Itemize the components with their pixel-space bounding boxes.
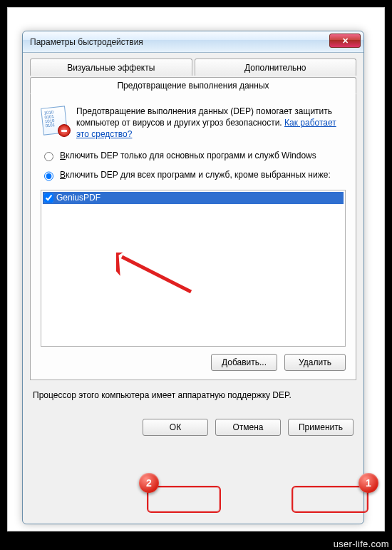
list-buttons: Добавить... Удалить xyxy=(41,354,346,371)
list-item-label: GeniusPDF xyxy=(56,193,100,203)
close-icon: ✕ xyxy=(342,36,349,46)
radio-all-except[interactable]: Включить DEP для всех программ и служб, … xyxy=(41,170,346,181)
block-badge-icon xyxy=(58,124,71,137)
apply-button[interactable]: Применить xyxy=(288,419,354,436)
dialog-action-row: ОК Отмена Применить xyxy=(30,419,356,436)
client-area: Визуальные эффекты Дополнительно Предотв… xyxy=(23,53,363,444)
list-item-checkbox[interactable] xyxy=(44,193,53,203)
info-text: Предотвращение выполнения данных (DEP) п… xyxy=(76,106,346,141)
add-button[interactable]: Добавить... xyxy=(211,354,277,371)
dep-radio-group: Включить DEP только для основных програм… xyxy=(41,151,346,181)
screenshot-stage: Параметры быстродействия ✕ Визуальные эф… xyxy=(7,7,385,531)
tab-label: Дополнительно xyxy=(244,63,306,73)
radio-essential-only[interactable]: Включить DEP только для основных програм… xyxy=(41,151,346,162)
cpu-dep-support-text: Процессор этого компьютера имеет аппарат… xyxy=(33,390,354,400)
tab-label: Предотвращение выполнения данных xyxy=(117,81,269,91)
dep-panel: 1010 0101 1010 0101 Предотвращение выпол… xyxy=(30,93,356,380)
radio-all-except-input[interactable] xyxy=(44,171,53,181)
tabs-row-lower: Предотвращение выполнения данных xyxy=(30,75,356,94)
remove-button[interactable]: Удалить xyxy=(284,354,346,371)
dep-info-icon: 1010 0101 1010 0101 xyxy=(41,106,69,137)
watermark: user-life.com xyxy=(334,539,389,549)
list-item[interactable]: GeniusPDF xyxy=(43,192,344,204)
ok-button[interactable]: ОК xyxy=(143,419,208,436)
close-button[interactable]: ✕ xyxy=(329,34,361,48)
title-bar: Параметры быстродействия ✕ xyxy=(23,31,363,53)
radio-essential-only-input[interactable] xyxy=(44,152,53,162)
info-block: 1010 0101 1010 0101 Предотвращение выпол… xyxy=(41,106,346,141)
tab-visual-effects[interactable]: Визуальные эффекты xyxy=(30,58,192,76)
cancel-button[interactable]: Отмена xyxy=(215,419,281,436)
exception-listbox[interactable]: GeniusPDF xyxy=(41,190,346,347)
tabs-row-upper: Визуальные эффекты Дополнительно xyxy=(30,58,356,76)
tab-label: Визуальные эффекты xyxy=(67,63,155,73)
tab-advanced[interactable]: Дополнительно xyxy=(195,58,357,76)
performance-options-window: Параметры быстродействия ✕ Визуальные эф… xyxy=(22,31,364,524)
window-title: Параметры быстродействия xyxy=(30,37,143,47)
tab-dep[interactable]: Предотвращение выполнения данных xyxy=(30,77,356,94)
